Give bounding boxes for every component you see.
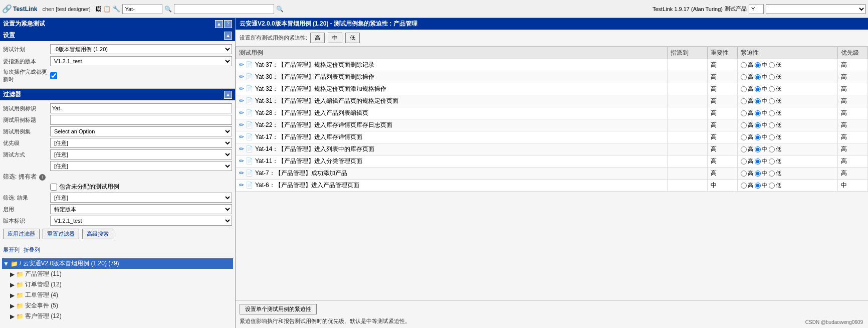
radio-option-中[interactable]: 中 bbox=[755, 109, 767, 117]
radio-option-中[interactable]: 中 bbox=[755, 182, 767, 189]
radio-option-低[interactable]: 低 bbox=[769, 85, 781, 93]
radio-option-低[interactable]: 低 bbox=[769, 73, 781, 81]
tc-edit-icon[interactable]: ✏ bbox=[239, 157, 244, 165]
radio-option-高[interactable]: 高 bbox=[741, 157, 753, 165]
test-product-input[interactable] bbox=[749, 4, 764, 14]
expand-link[interactable]: 展开列 bbox=[3, 246, 20, 254]
field3-select[interactable]: [任意] bbox=[50, 161, 232, 171]
radio-option-高[interactable]: 高 bbox=[741, 121, 753, 129]
urgency-medium-btn[interactable]: 中 bbox=[328, 33, 342, 43]
tc-urgency-cell[interactable]: 高中低 bbox=[738, 107, 838, 119]
urgency-low-btn[interactable]: 低 bbox=[345, 33, 360, 43]
radio-option-低[interactable]: 低 bbox=[769, 109, 781, 117]
settings-scroll-btn[interactable]: ▲ bbox=[224, 32, 232, 40]
radio-option-低[interactable]: 低 bbox=[769, 97, 781, 105]
radio-option-高[interactable]: 高 bbox=[741, 133, 753, 141]
urgency-high-btn[interactable]: 高 bbox=[310, 33, 325, 43]
tc-urgency-cell[interactable]: 高中低 bbox=[738, 119, 838, 131]
test-product-select[interactable] bbox=[766, 4, 866, 14]
tc-edit-icon[interactable]: ✏ bbox=[239, 145, 244, 152]
tc-view-icon[interactable]: 📄 bbox=[246, 109, 253, 116]
radio-option-中[interactable]: 中 bbox=[755, 157, 767, 165]
tree-item-4[interactable]: ▶ 📁 客户管理 (12) bbox=[2, 311, 233, 321]
tc-edit-icon[interactable]: ✏ bbox=[239, 133, 244, 140]
tc-view-icon[interactable]: 📄 bbox=[246, 182, 253, 189]
radio-option-高[interactable]: 高 bbox=[741, 73, 753, 81]
version-select[interactable]: V1.2.1_test bbox=[50, 56, 232, 66]
tc-view-icon[interactable]: 📄 bbox=[246, 157, 253, 165]
radio-option-中[interactable]: 中 bbox=[755, 170, 767, 177]
radio-option-高[interactable]: 高 bbox=[741, 97, 753, 105]
radio-option-中[interactable]: 中 bbox=[755, 85, 767, 93]
tc-edit-icon[interactable]: ✏ bbox=[239, 109, 244, 116]
advanced-search-btn[interactable]: 高级搜索 bbox=[82, 229, 113, 239]
radio-option-低[interactable]: 低 bbox=[769, 182, 781, 189]
tc-suite-select[interactable]: Select an Option bbox=[50, 126, 232, 136]
priority-select[interactable]: [任意] bbox=[50, 138, 232, 148]
tc-id-input[interactable] bbox=[50, 103, 232, 113]
tc-urgency-cell[interactable]: 高中低 bbox=[738, 143, 838, 155]
radio-option-高[interactable]: 高 bbox=[741, 85, 753, 93]
radio-option-高[interactable]: 高 bbox=[741, 145, 753, 153]
tc-view-icon[interactable]: 📄 bbox=[246, 61, 253, 68]
unassigned-checkbox[interactable] bbox=[50, 184, 57, 191]
reset-filter-btn[interactable]: 重置过滤器 bbox=[43, 229, 79, 239]
version-filter-select[interactable]: 特定版本 bbox=[50, 204, 232, 214]
tc-view-icon[interactable]: 📄 bbox=[246, 73, 253, 80]
tc-edit-icon[interactable]: ✏ bbox=[239, 182, 244, 189]
filter-scroll-btn[interactable]: ▲ bbox=[224, 91, 232, 99]
toolbar-search-icon[interactable]: 🔍 bbox=[164, 6, 172, 13]
collapse-link[interactable]: 折叠列 bbox=[24, 246, 40, 254]
radio-option-高[interactable]: 高 bbox=[741, 109, 753, 117]
tc-edit-icon[interactable]: ✏ bbox=[239, 61, 244, 68]
radio-option-高[interactable]: 高 bbox=[741, 182, 753, 189]
tc-edit-icon[interactable]: ✏ bbox=[239, 170, 244, 177]
radio-option-中[interactable]: 中 bbox=[755, 97, 767, 105]
tc-name-input[interactable] bbox=[50, 115, 232, 125]
tc-urgency-cell[interactable]: 高中低 bbox=[738, 83, 838, 95]
radio-option-中[interactable]: 中 bbox=[755, 73, 767, 81]
apply-filter-btn[interactable]: 应用过滤器 bbox=[3, 229, 40, 239]
tc-urgency-cell[interactable]: 高中低 bbox=[738, 71, 838, 83]
tc-view-icon[interactable]: 📄 bbox=[246, 133, 253, 140]
section-scroll-up-btn[interactable]: ▲ bbox=[215, 20, 223, 28]
tree-item-1[interactable]: ▶ 📁 订单管理 (12) bbox=[2, 279, 233, 290]
tc-urgency-cell[interactable]: 高中低 bbox=[738, 95, 838, 107]
tc-view-icon[interactable]: 📄 bbox=[246, 170, 253, 177]
radio-option-中[interactable]: 中 bbox=[755, 121, 767, 129]
toolbar-search-input[interactable] bbox=[122, 4, 162, 14]
radio-option-中[interactable]: 中 bbox=[755, 145, 767, 153]
result-select[interactable]: [任意] bbox=[50, 193, 232, 203]
tc-urgency-cell[interactable]: 高中低 bbox=[738, 59, 838, 71]
toolbar-search-wide-icon[interactable]: 🔍 bbox=[276, 6, 284, 13]
tc-edit-icon[interactable]: ✏ bbox=[239, 85, 244, 92]
tree-root-item[interactable]: ▼ 📁 / 云安通V2.0版本冒烟用例 (1.20) (79) bbox=[2, 258, 233, 269]
radio-option-低[interactable]: 低 bbox=[769, 145, 781, 153]
tc-urgency-cell[interactable]: 高中低 bbox=[738, 131, 838, 143]
method-select[interactable]: [任意] bbox=[50, 149, 232, 159]
version-tag-select[interactable]: V1.2.1_test bbox=[50, 216, 232, 226]
update-checkbox[interactable] bbox=[50, 72, 57, 79]
tc-urgency-cell[interactable]: 高中低 bbox=[738, 180, 838, 192]
radio-option-中[interactable]: 中 bbox=[755, 61, 767, 69]
radio-option-低[interactable]: 低 bbox=[769, 133, 781, 141]
section-help-btn[interactable]: ? bbox=[224, 20, 232, 28]
tc-view-icon[interactable]: 📄 bbox=[246, 85, 253, 92]
test-plan-select[interactable]: .0版本冒烟用例 (1.20) bbox=[50, 44, 232, 54]
radio-option-中[interactable]: 中 bbox=[755, 133, 767, 141]
tc-edit-icon[interactable]: ✏ bbox=[239, 97, 244, 104]
toolbar-search-wide-input[interactable] bbox=[174, 4, 274, 14]
tc-urgency-cell[interactable]: 高中低 bbox=[738, 155, 838, 168]
radio-option-低[interactable]: 低 bbox=[769, 157, 781, 165]
radio-option-高[interactable]: 高 bbox=[741, 61, 753, 69]
radio-option-低[interactable]: 低 bbox=[769, 61, 781, 69]
tc-edit-icon[interactable]: ✏ bbox=[239, 73, 244, 80]
tc-view-icon[interactable]: 📄 bbox=[246, 145, 253, 152]
radio-option-低[interactable]: 低 bbox=[769, 170, 781, 177]
tc-view-icon[interactable]: 📄 bbox=[246, 97, 253, 104]
radio-option-高[interactable]: 高 bbox=[741, 170, 753, 177]
tree-item-0[interactable]: ▶ 📁 产品管理 (11) bbox=[2, 269, 233, 279]
tc-urgency-cell[interactable]: 高中低 bbox=[738, 168, 838, 180]
tc-edit-icon[interactable]: ✏ bbox=[239, 121, 244, 128]
tree-item-3[interactable]: ▶ 📁 安全事件 (5) bbox=[2, 300, 233, 311]
